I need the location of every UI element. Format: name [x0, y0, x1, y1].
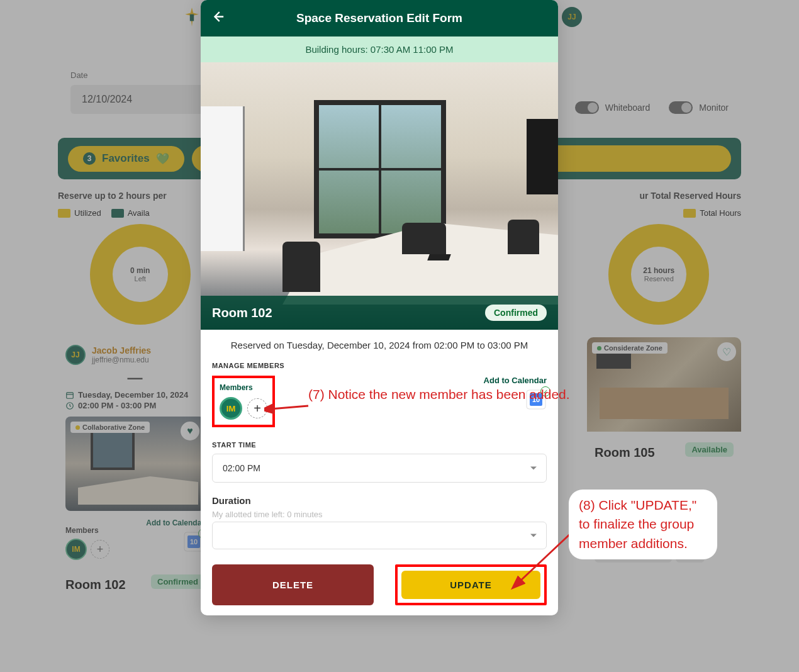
member-avatar[interactable]: IM	[220, 397, 242, 420]
arrow-left-icon	[211, 10, 225, 24]
back-button[interactable]	[211, 10, 225, 27]
annotation-arrow-icon	[264, 396, 315, 422]
svg-line-15	[519, 532, 573, 582]
modal-header: Space Reservation Edit Form	[201, 0, 558, 36]
reserved-summary: Reserved on Tuesday, December 10, 2024 f…	[212, 340, 547, 350]
manage-members-label: MANAGE MEMBERS	[212, 362, 547, 369]
annotation-step-7: (7) Notice the new member has been added…	[308, 385, 570, 404]
duration-label: Duration	[212, 495, 547, 506]
building-hours-banner: Building hours: 07:30 AM 11:00 PM	[201, 36, 558, 62]
start-time-select[interactable]: 02:00 PM	[212, 454, 547, 483]
allotted-text: My allotted time left: 0 minutes	[212, 510, 547, 519]
delete-button[interactable]: DELETE	[212, 564, 374, 605]
annotation-arrow-icon	[510, 529, 579, 591]
modal-status-badge: Confirmed	[485, 305, 547, 321]
add-calendar-label: Add to Calendar	[484, 376, 547, 385]
members-label: Members	[220, 383, 267, 392]
modal-room-title: Room 102	[212, 306, 272, 320]
duration-select[interactable]	[212, 522, 547, 549]
svg-line-13	[271, 406, 308, 409]
reservation-edit-modal: Space Reservation Edit Form Building hou…	[201, 0, 558, 615]
room-hero-image: Room 102 Confirmed	[201, 62, 558, 330]
start-time-label: START TIME	[212, 441, 547, 449]
modal-title: Space Reservation Edit Form	[296, 11, 462, 25]
annotation-step-8: (8) Click "UPDATE," to finalize the grou…	[571, 492, 715, 557]
